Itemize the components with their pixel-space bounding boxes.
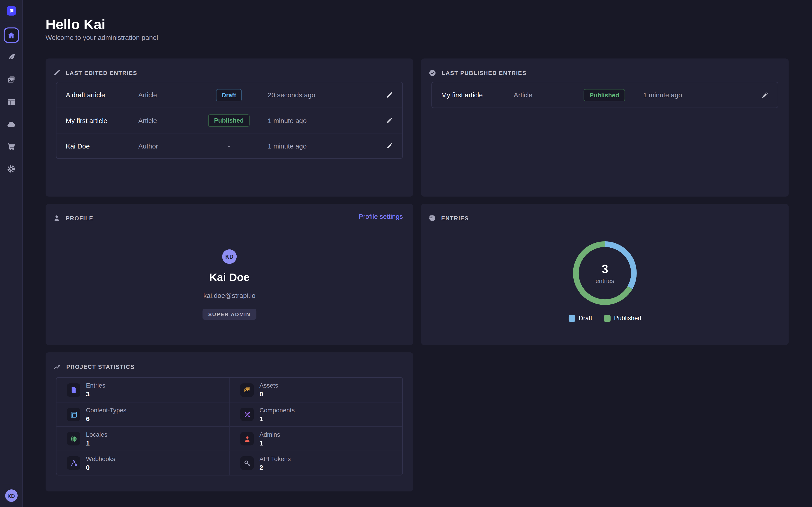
sidebar-bottom-divider xyxy=(2,484,20,484)
stat-label: Components xyxy=(259,406,295,413)
check-circle-icon xyxy=(428,69,437,77)
layout-icon xyxy=(67,408,80,421)
entry-time: 20 seconds ago xyxy=(268,91,366,99)
sidebar-item-content-type-builder[interactable] xyxy=(3,94,19,110)
status-badge: Published xyxy=(208,114,249,127)
stat-value: 0 xyxy=(259,390,278,398)
profile-card: PROFILE Profile settings KD Kai Doe kai.… xyxy=(46,204,413,345)
stat-value: 0 xyxy=(86,463,115,471)
stat-components: Components 1 xyxy=(230,402,402,426)
card-title: LAST EDITED ENTRIES xyxy=(66,70,137,76)
entry-title: A draft article xyxy=(66,91,138,99)
pencil-icon xyxy=(386,91,393,99)
card-title: PROFILE xyxy=(66,215,93,221)
table-row[interactable]: My first article Article Published 1 min… xyxy=(432,82,778,108)
strapi-dashboard: KD Hello Kai Welcome to your administrat… xyxy=(0,0,812,507)
sidebar-item-settings[interactable] xyxy=(3,161,19,176)
sidebar: KD xyxy=(0,0,23,507)
strapi-logo-icon xyxy=(8,7,14,14)
gear-icon xyxy=(6,164,16,174)
legend-item-published: Published xyxy=(604,315,641,322)
sidebar-user-avatar[interactable]: KD xyxy=(5,490,17,502)
project-statistics-card: PROJECT STATISTICS Entries 3 Assets 0 xyxy=(46,352,413,492)
role-badge: SUPER ADMIN xyxy=(203,309,256,320)
pictures-icon xyxy=(240,383,254,397)
legend-item-draft: Draft xyxy=(568,315,592,322)
sidebar-item-marketplace[interactable] xyxy=(3,138,19,154)
page-subtitle: Welcome to your administration panel xyxy=(46,34,158,41)
sidebar-item-content-manager[interactable] xyxy=(3,50,19,65)
last-edited-entries-card: LAST EDITED ENTRIES A draft article Arti… xyxy=(46,58,413,196)
sidebar-nav xyxy=(3,27,19,176)
entry-title: My first article xyxy=(66,117,138,124)
legend-label: Published xyxy=(614,315,641,322)
stat-value: 1 xyxy=(259,414,295,422)
entry-time: 1 minute ago xyxy=(268,142,366,150)
stat-label: Content-Types xyxy=(86,406,126,413)
stat-value: 3 xyxy=(86,390,105,398)
entries-total: 3 xyxy=(602,262,608,276)
stat-locales: Locales 1 xyxy=(56,426,230,451)
profile-body: KD Kai Doe kai.doe@strapi.io SUPER ADMIN xyxy=(46,249,413,320)
table-row[interactable]: My first article Article Published 1 min… xyxy=(56,108,402,133)
key-icon xyxy=(240,456,254,470)
published-swatch xyxy=(604,315,610,322)
status-badge: Published xyxy=(584,89,625,101)
pie-icon xyxy=(428,214,436,222)
card-title: ENTRIES xyxy=(441,215,469,221)
stat-webhooks: Webhooks 0 xyxy=(56,451,230,475)
sidebar-bottom: KD xyxy=(0,484,22,507)
entry-kind: Author xyxy=(138,142,190,150)
stats-grid: Entries 3 Assets 0 Content-Types xyxy=(56,377,403,475)
pencil-icon xyxy=(386,142,393,150)
edit-entry-button[interactable] xyxy=(375,91,393,99)
sidebar-item-media-library[interactable] xyxy=(3,72,19,88)
entries-card: ENTRIES 3 entries Draft Published xyxy=(421,204,789,345)
cart-icon xyxy=(6,142,16,151)
sidebar-divider xyxy=(2,22,20,22)
sidebar-item-deploy[interactable] xyxy=(3,116,19,132)
profile-avatar: KD xyxy=(222,249,237,264)
stat-api-tokens: API Tokens 2 xyxy=(230,451,402,475)
images-icon xyxy=(6,75,16,84)
feather-icon xyxy=(6,53,16,62)
last-published-entries-card: LAST PUBLISHED ENTRIES My first article … xyxy=(421,58,789,196)
edit-entry-button[interactable] xyxy=(375,142,393,150)
card-title: LAST PUBLISHED ENTRIES xyxy=(442,70,526,76)
pencil-icon xyxy=(53,69,60,76)
stat-value: 1 xyxy=(86,439,107,447)
card-title: PROJECT STATISTICS xyxy=(66,364,135,370)
entry-title: Kai Doe xyxy=(66,142,138,150)
entry-time: 1 minute ago xyxy=(643,91,742,99)
webhook-icon xyxy=(67,456,80,470)
strapi-logo[interactable] xyxy=(6,6,16,15)
edit-entry-button[interactable] xyxy=(375,117,393,124)
molecule-icon xyxy=(240,408,254,421)
entries-donut-chart: 3 entries xyxy=(569,237,641,309)
edit-entry-button[interactable] xyxy=(751,91,768,99)
stat-assets: Assets 0 xyxy=(230,378,402,402)
table-row[interactable]: Kai Doe Author - 1 minute ago xyxy=(56,133,402,158)
status-badge: - xyxy=(228,142,230,150)
draft-swatch xyxy=(568,315,575,322)
last-published-table: My first article Article Published 1 min… xyxy=(431,82,778,108)
sidebar-item-home[interactable] xyxy=(3,27,19,43)
pencil-icon xyxy=(386,117,393,124)
stat-label: Webhooks xyxy=(86,455,115,462)
entry-title: My first article xyxy=(441,91,514,99)
layout-icon xyxy=(6,97,16,107)
cloud-icon xyxy=(6,119,16,129)
stat-label: API Tokens xyxy=(259,455,291,462)
entry-kind: Article xyxy=(514,91,566,99)
trend-up-icon xyxy=(53,362,61,371)
last-edited-table: A draft article Article Draft 20 seconds… xyxy=(56,82,403,159)
stat-entries: Entries 3 xyxy=(56,378,230,402)
stat-label: Admins xyxy=(259,431,280,438)
status-badge: Draft xyxy=(216,89,242,101)
profile-name: Kai Doe xyxy=(209,271,250,283)
profile-settings-link[interactable]: Profile settings xyxy=(359,213,403,220)
table-row[interactable]: A draft article Article Draft 20 seconds… xyxy=(56,82,402,108)
pencil-icon xyxy=(761,91,768,99)
entry-time: 1 minute ago xyxy=(268,117,366,124)
stat-admins: Admins 1 xyxy=(230,426,402,451)
